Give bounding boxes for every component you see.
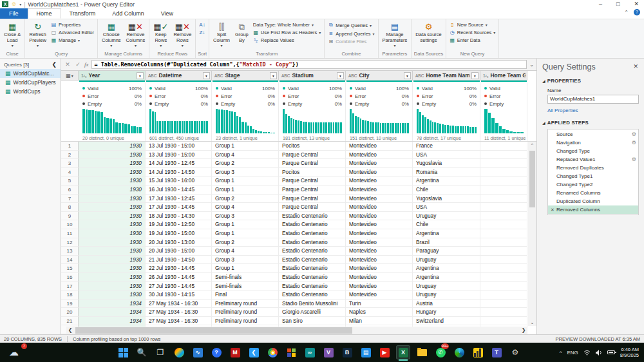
grid-cell[interactable]: 17 Jul 1930 - 12:45 [146,195,212,204]
column-profile-home-team-name[interactable]: Valid100%Error0%Empty0%78 distinct, 17 u… [413,82,480,141]
grid-cell[interactable]: Preliminary round [212,300,279,309]
grid-cell[interactable]: Montevideo [346,159,413,168]
grid-cell[interactable]: 16 Jul 1930 - 14:45 [146,186,212,195]
task-view-icon[interactable]: ❐ [153,345,167,359]
grid-cell[interactable]: Parque Central [279,159,346,168]
weather-widget-icon[interactable]: ☁7 [9,345,26,359]
row-number[interactable]: 17 [61,282,79,291]
ms-store-icon[interactable]: ▤ [359,345,373,359]
grid-cell[interactable]: Group 1 [212,229,279,238]
grid-cell[interactable]: 20 Jul 1930 - 15:00 [146,247,212,256]
grid-cell[interactable]: Romania [413,168,480,177]
row-number[interactable]: 5 [61,176,79,186]
grid-cell[interactable]: Montevideo [346,212,413,221]
value-distribution-histogram[interactable] [82,109,142,133]
column-profile-year[interactable]: Valid100%Error0%Empty0%20 distinct, 0 un… [79,82,146,141]
grid-cell[interactable]: 14 Jul 1930 - 12:45 [146,159,212,168]
grid-cell[interactable]: Yugoslavia [413,159,480,168]
tab-add-column[interactable]: Add Column [104,8,153,19]
replace-values-button[interactable]: ¹₂Replace Values [252,37,323,44]
properties-section-header[interactable]: ◢ PROPERTIES [542,78,639,84]
grid-cell[interactable]: Uruguay [413,291,480,300]
grid-cell[interactable]: Group 4 [212,203,279,212]
grid-cell[interactable]: Group 1 [212,186,279,195]
column-header-stadium[interactable]: ABCStadium▾ [279,71,346,81]
manage-button[interactable]: ▦Manage▾ [50,37,95,44]
row-number[interactable]: 1 [61,142,79,151]
chrome-icon[interactable] [265,345,279,359]
grid-cell[interactable]: Switzerland [413,317,480,326]
search-icon[interactable]: 🔍 [135,345,149,359]
row-number[interactable]: 10 [61,220,79,229]
vertical-scrollbar[interactable]: ⌃ ⌄ [528,142,536,326]
row-number[interactable]: 8 [61,203,79,212]
column-profile-home-team-goals[interactable]: Valid100%Error0%Empty0%11 distinct, 1 un… [480,82,527,141]
value-distribution-histogram[interactable] [484,109,524,133]
filter-dropdown-icon[interactable]: ▾ [137,72,144,79]
grid-cell[interactable]: Montevideo [346,176,413,186]
data-type-button[interactable]: Data Type: Whole Number▾ [252,21,323,28]
whatsapp-icon[interactable]: ✆99+ [433,345,448,359]
grid-cell[interactable]: USA [413,151,480,160]
applied-step-removed-duplicates[interactable]: ✕Removed Duplicates [548,164,638,172]
edge-icon[interactable] [452,345,466,359]
grid-cell[interactable] [480,238,527,247]
grid-cell[interactable]: 22 Jul 1930 - 14:45 [146,264,212,273]
grid-cell[interactable]: Parque Central [279,195,346,204]
grid-cell[interactable]: Argentina [413,229,480,238]
grid-cell[interactable]: USA [413,203,480,212]
grid-cell[interactable]: Yugoslavia [413,195,480,204]
grid-cell[interactable]: Montevideo [346,142,413,151]
grid-cell[interactable]: Montevideo [346,220,413,229]
sort-ascending-button[interactable]: A↓ [198,21,206,28]
youtube-icon[interactable]: ▶ [377,345,392,359]
grid-cell[interactable]: 1930 [79,229,146,238]
row-number[interactable]: 2 [61,151,79,160]
grid-cell[interactable]: 1930 [79,256,146,265]
close-and-load-button[interactable]: ▦ Close & Load▾ [2,21,23,49]
data-source-settings-button[interactable]: ⚙ Data source settings [413,21,443,44]
grid-cell[interactable]: Montevideo [346,282,413,291]
visual-studio-icon[interactable]: V [321,345,336,359]
grid-cell[interactable]: Montevideo [346,256,413,265]
help-icon[interactable]: ? [634,9,640,15]
tab-home[interactable]: Home [28,8,61,19]
grid-cell[interactable]: 19 Jul 1930 - 15:00 [146,229,212,238]
scroll-right-icon[interactable]: ❯ [520,327,527,334]
grid-cell[interactable]: 21 Jul 1930 - 14:50 [146,256,212,265]
grid-cell[interactable]: Group 1 [212,220,279,229]
grid-cell[interactable]: Pocitos [279,168,346,177]
combine-files-button[interactable]: ⊞Combine Files [327,38,375,45]
grid-cell[interactable]: Estadio Centenario [279,256,346,265]
quick-access-dropdown-icon[interactable]: ▾ [19,2,21,6]
grid-cell[interactable]: Estadio Centenario [279,238,346,247]
filter-dropdown-icon[interactable]: ▾ [203,72,210,79]
grid-cell[interactable]: Montevideo [346,168,413,177]
grid-cell[interactable] [480,176,527,186]
grid-cell[interactable] [480,300,527,309]
grid-cell[interactable] [480,159,527,168]
applied-step-changed-type[interactable]: ✕Changed Type [548,147,638,155]
column-header-stage[interactable]: ABCStage▾ [212,71,279,81]
column-header-year[interactable]: 1²₃Year▾ [79,71,146,81]
grid-cell[interactable]: Brazil [413,238,480,247]
grid-cell[interactable]: 1930 [79,238,146,247]
row-number[interactable]: 16 [61,273,79,282]
column-profile-city[interactable]: Valid100%Error0%Empty0%151 distinct, 10 … [346,82,413,141]
grid-cell[interactable]: Montevideo [346,203,413,212]
grid-cell[interactable]: 1930 [79,168,146,177]
grid-cell[interactable] [480,229,527,238]
row-number[interactable]: 11 [61,229,79,238]
grid-cell[interactable] [480,195,527,204]
grid-cell[interactable]: Estadio Centenario [279,247,346,256]
grid-cell[interactable]: 1930 [79,220,146,229]
applied-step-duplicated-column[interactable]: ✕Duplicated Column [548,197,638,205]
column-profile-stage[interactable]: Valid100%Error0%Empty0%23 distinct, 1 un… [212,82,279,141]
row-number[interactable]: 7 [61,195,79,204]
grid-cell[interactable]: 26 Jul 1930 - 14:45 [146,273,212,282]
copilot-icon[interactable] [172,345,186,359]
grid-cell[interactable]: 1934 [79,300,146,309]
grid-cell[interactable]: 1930 [79,176,146,186]
filter-dropdown-icon[interactable]: ▾ [471,72,478,79]
value-distribution-histogram[interactable] [283,109,342,133]
